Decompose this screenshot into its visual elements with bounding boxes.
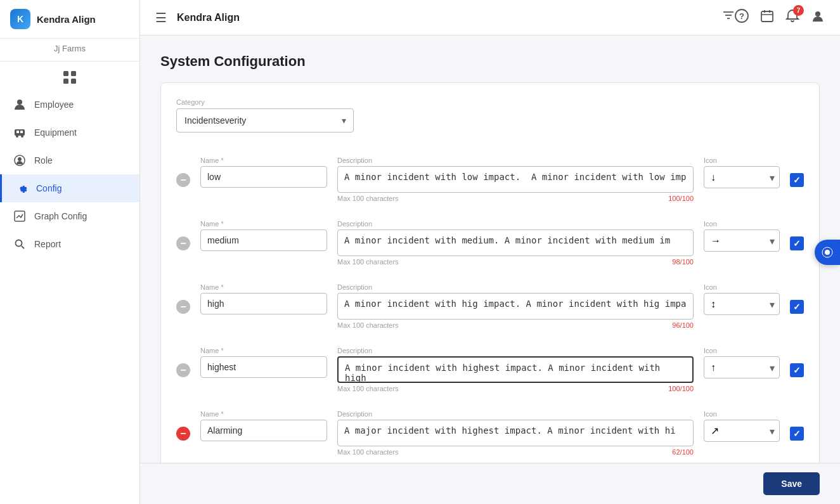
checkbox-row-highest[interactable] <box>790 363 804 377</box>
sidebar-item-graph-config-label: Graph Config <box>34 211 87 221</box>
name-input-row-medium[interactable] <box>200 229 327 251</box>
svg-point-6 <box>16 135 18 138</box>
checkbox-row-high[interactable] <box>790 300 804 314</box>
person-icon <box>13 98 27 112</box>
notification-badge: 7 <box>793 5 804 16</box>
svg-rect-5 <box>15 129 25 136</box>
help-icon[interactable]: ? <box>735 9 749 26</box>
name-input-row-high[interactable] <box>200 293 327 314</box>
char-count-row-row-alarming: Max 100 characters 62/100 <box>337 448 694 456</box>
config-row-row-low: − Name * Description A minor incident wi… <box>176 148 804 211</box>
remove-button-row-alarming[interactable]: − <box>176 427 190 441</box>
save-button[interactable]: Save <box>763 472 820 495</box>
content-area: System Configuration Category Incidentse… <box>140 36 840 463</box>
grid-icon[interactable] <box>63 61 77 91</box>
icon-select-row-medium[interactable]: → <box>704 229 780 252</box>
icon-select-wrapper-row-low: ↓ <box>704 166 780 188</box>
desc-field-group-row-high: Description A minor incident with hig im… <box>337 283 694 329</box>
checkbox-row-medium[interactable] <box>790 236 804 250</box>
category-select[interactable]: Incidentseverity <box>176 108 354 132</box>
sidebar-app-name: Kendra Align <box>37 14 96 25</box>
desc-field-group-row-low: Description A minor incident with low im… <box>337 157 694 202</box>
checkbox-row-alarming[interactable] <box>790 427 804 441</box>
name-field-group-row-low: Name * <box>200 157 327 188</box>
char-count-row-row-low: Max 100 characters 100/100 <box>337 195 694 202</box>
name-label-row-highest: Name * <box>200 347 327 354</box>
char-count-row-medium: 98/100 <box>672 258 694 266</box>
checkbox-row-low[interactable] <box>790 173 804 187</box>
user-avatar-icon[interactable] <box>811 9 825 26</box>
chat-fab-button[interactable] <box>815 240 840 265</box>
svg-point-24 <box>815 11 820 16</box>
icon-select-row-high[interactable]: ↕ <box>704 293 780 315</box>
name-input-row-low[interactable] <box>200 166 327 188</box>
icon-label-row-medium: Icon <box>704 220 780 228</box>
svg-point-11 <box>18 157 22 161</box>
graph-icon <box>13 209 27 223</box>
sidebar-item-equipment[interactable]: Equipment <box>0 119 139 146</box>
sidebar-item-config[interactable]: Config <box>0 174 139 202</box>
char-count-row-row-medium: Max 100 characters 98/100 <box>337 258 694 266</box>
char-count-row-row-high: Max 100 characters 96/100 <box>337 321 694 329</box>
name-field-group-row-highest: Name * <box>200 347 327 378</box>
sidebar: K Kendra Align Jj Farms Employee Equipme… <box>0 0 140 504</box>
calendar-icon[interactable] <box>760 9 774 26</box>
icon-select-row-low[interactable]: ↓ <box>704 166 780 188</box>
svg-point-26 <box>825 250 830 255</box>
config-row-row-medium: − Name * Description A minor incident wi… <box>176 211 804 275</box>
notification-icon[interactable]: 7 <box>785 9 799 26</box>
char-count-row-highest: 100/100 <box>668 385 694 392</box>
topbar: ☰ Kendra Align ? 7 <box>140 0 840 36</box>
remove-button-row-highest[interactable]: − <box>176 363 190 377</box>
icon-select-row-alarming[interactable]: ↗ <box>704 420 780 442</box>
category-label: Category <box>176 98 804 106</box>
config-card: Category Incidentseverity − Name * Descr… <box>160 82 820 463</box>
sidebar-item-report[interactable]: Report <box>0 230 139 258</box>
checkbox-wrap-row-highest[interactable] <box>790 363 804 377</box>
desc-input-row-high[interactable]: A minor incident with hig impact. A mino… <box>337 293 694 320</box>
topbar-title: Kendra Align <box>177 12 722 23</box>
sidebar-item-employee[interactable]: Employee <box>0 91 139 119</box>
name-input-row-alarming[interactable] <box>200 420 327 441</box>
main-area: ☰ Kendra Align ? 7 System Configuration <box>140 0 840 504</box>
char-hint-row-high: Max 100 characters <box>337 321 399 329</box>
checkbox-wrap-row-medium[interactable] <box>790 236 804 250</box>
icon-select-row-highest[interactable]: ↑ <box>704 356 780 378</box>
svg-point-7 <box>21 135 23 138</box>
desc-label-row-low: Description <box>337 157 694 164</box>
desc-input-row-highest[interactable]: A minor incident with highest impact. A … <box>337 356 694 383</box>
svg-point-13 <box>16 240 22 247</box>
desc-label-row-alarming: Description <box>337 410 694 418</box>
svg-rect-1 <box>71 71 76 76</box>
checkbox-wrap-row-alarming[interactable] <box>790 427 804 441</box>
sidebar-item-role[interactable]: Role <box>0 146 139 174</box>
desc-field-group-row-highest: Description A minor incident with highes… <box>337 347 694 392</box>
sidebar-item-graph-config[interactable]: Graph Config <box>0 202 139 230</box>
save-bar: Save <box>140 463 840 504</box>
desc-input-row-medium[interactable]: A minor incident with medium. A minor in… <box>337 229 694 256</box>
svg-rect-9 <box>20 131 23 133</box>
remove-button-row-medium[interactable]: − <box>176 236 190 250</box>
checkbox-wrap-row-low[interactable] <box>790 173 804 187</box>
name-input-row-highest[interactable] <box>200 356 327 378</box>
sidebar-item-report-label: Report <box>34 239 61 249</box>
desc-label-row-highest: Description <box>337 347 694 354</box>
icon-field-group-row-alarming: Icon ↗ <box>704 410 780 442</box>
menu-icon[interactable]: ☰ <box>155 10 167 25</box>
desc-label-row-high: Description <box>337 283 694 291</box>
topbar-actions: ? 7 <box>735 9 825 26</box>
name-field-group-row-alarming: Name * <box>200 410 327 441</box>
remove-button-row-low[interactable]: − <box>176 173 190 187</box>
icon-field-group-row-medium: Icon → <box>704 220 780 252</box>
desc-input-row-alarming[interactable]: A major incident with highest impact. A … <box>337 420 694 446</box>
remove-button-row-high[interactable]: − <box>176 300 190 314</box>
desc-input-row-low[interactable]: A minor incident with low impact. A mino… <box>337 166 694 193</box>
name-label-row-alarming: Name * <box>200 410 327 418</box>
icon-select-wrapper-row-alarming: ↗ <box>704 420 780 442</box>
icon-field-group-row-highest: Icon ↑ <box>704 347 780 378</box>
filter-icon[interactable] <box>722 11 735 24</box>
bus-icon <box>13 126 27 139</box>
svg-rect-3 <box>71 79 76 84</box>
checkbox-wrap-row-high[interactable] <box>790 300 804 314</box>
svg-line-14 <box>22 246 24 249</box>
